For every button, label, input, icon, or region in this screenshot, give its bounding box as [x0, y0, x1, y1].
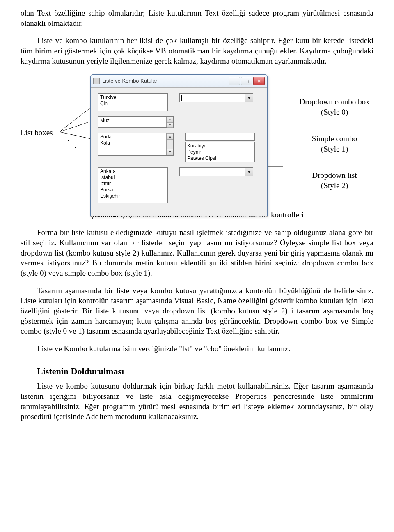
- vb-window: Liste ve Kombo Kutuları ─ ▢ ✕ Türkiye Çi…: [90, 74, 268, 216]
- maximize-button[interactable]: ▢: [241, 77, 252, 85]
- paragraph-5: Liste ve Kombo kutularına isim verdiğini…: [21, 344, 373, 354]
- listbox-2[interactable]: Muz ▲ ▼: [98, 116, 174, 128]
- combo-dropdown-2[interactable]: [179, 167, 253, 176]
- minimize-button[interactable]: ─: [229, 77, 240, 85]
- paragraph-1: olan Text özelliğine sahip olmalarıdır; …: [21, 8, 373, 28]
- label-dropdown-combo: Dropdown combo box (Style 0): [291, 97, 378, 117]
- figure: List boxes Dropdown combo box (Style 0) …: [21, 74, 373, 206]
- text-cursor: [181, 95, 182, 101]
- combo-dropdown-0[interactable]: [179, 93, 253, 102]
- simple-combo-list[interactable]: Kurabiye Peynir Patates Cipsi: [185, 142, 255, 162]
- scrollbar[interactable]: ▲ ▼: [166, 117, 173, 127]
- right-labels: Dropdown combo box (Style 0) Simple comb…: [291, 97, 378, 207]
- close-button[interactable]: ✕: [253, 77, 265, 85]
- label-dropdown-list: Dropdown list (Style 2): [291, 170, 378, 191]
- label-simple-combo: Simple combo (Style 1): [291, 134, 378, 154]
- paragraph-4: Tasarım aşamasında bir liste veya kombo …: [21, 286, 373, 336]
- scroll-down-icon[interactable]: ▼: [167, 149, 173, 155]
- listbox-1[interactable]: Türkiye Çin: [98, 93, 168, 111]
- paragraph-3: Forma bir liste kutusu eklediğinizde kut…: [21, 228, 373, 278]
- listbox-4[interactable]: Ankara İstabul İzmir Bursa Eskişehir: [98, 167, 168, 203]
- listbox-3[interactable]: Soda Kola ▲ ▼: [98, 133, 174, 156]
- dropdown-button-icon[interactable]: [245, 94, 253, 102]
- scrollbar[interactable]: ▲ ▼: [166, 133, 173, 155]
- simple-combo-input[interactable]: [185, 133, 255, 141]
- paragraph-2: Liste ve kombo kutularının her ikisi de …: [21, 36, 373, 66]
- scroll-down-icon[interactable]: ▼: [167, 122, 173, 128]
- window-title: Liste ve Kombo Kutuları: [102, 78, 229, 85]
- scroll-up-icon[interactable]: ▲: [167, 117, 173, 122]
- section-heading: Listenin Doldurulması: [37, 366, 373, 378]
- scroll-up-icon[interactable]: ▲: [167, 133, 173, 140]
- paragraph-6: Liste ve kombo kutusunu doldurmak için b…: [21, 381, 373, 422]
- label-list-boxes: List boxes: [21, 128, 53, 138]
- titlebar[interactable]: Liste ve Kombo Kutuları ─ ▢ ✕: [91, 75, 267, 88]
- dropdown-button-icon[interactable]: [245, 168, 253, 176]
- form-body: Türkiye Çin Muz ▲ ▼: [91, 88, 267, 216]
- window-icon: [93, 78, 100, 84]
- simple-combo[interactable]: Kurabiye Peynir Patates Cipsi: [185, 133, 255, 162]
